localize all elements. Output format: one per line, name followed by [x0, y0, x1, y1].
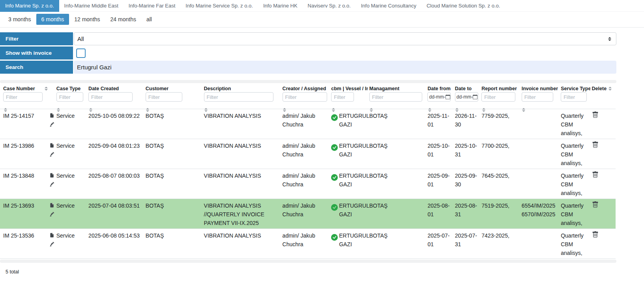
- cell-customer: BOTAŞ: [146, 109, 204, 139]
- sort-icon[interactable]: [45, 87, 48, 91]
- filter-input-description[interactable]: [204, 92, 273, 102]
- cell-date-to: 2025-09-30: [455, 169, 481, 199]
- cell-case-number: IM 25-13986: [0, 139, 45, 169]
- horizontal-scrollbar-top[interactable]: [0, 80, 616, 83]
- cell-creator-assigned: admin/ Jakub Chuchra: [283, 139, 331, 169]
- filter-input-report-number[interactable]: [481, 92, 515, 102]
- column-header-label[interactable]: Date to: [455, 86, 472, 91]
- cell-case-type: Service: [56, 139, 88, 169]
- date-filter-input-date-from[interactable]: dd-mm-: [427, 92, 451, 102]
- date-filter-placeholder: dd-mm-: [429, 94, 445, 100]
- table-header-row: Case NumberCase TypeDate CreatedCustomer…: [0, 84, 616, 109]
- cell-date-created: 2025-07-04 08:03:51: [88, 199, 146, 229]
- filter-input-service-types[interactable]: [561, 92, 587, 102]
- cell-delete: [592, 199, 616, 229]
- company-tab-naviserv-sp-z-o-o[interactable]: Naviserv Sp. z o.o.: [303, 0, 356, 12]
- cell-customer: BOTAŞ: [146, 229, 204, 259]
- cell-date-from: 2025-09-01: [427, 169, 455, 199]
- cell-service-types: Quarterly CBM analisys,: [561, 109, 592, 139]
- pencil-icon[interactable]: [50, 121, 54, 127]
- filter-input-customer[interactable]: [146, 92, 182, 102]
- cell-case-type: Service: [56, 169, 88, 199]
- show-with-invoice-label: Show with invoice: [0, 46, 73, 59]
- table-row[interactable]: IM 25-13536Service2025-06-08 05:14:53BOT…: [0, 229, 616, 259]
- filter-input-invoice-number[interactable]: [522, 92, 553, 102]
- table-row[interactable]: IM 25-14157Service2025-10-05 08:09:22BOT…: [0, 109, 616, 139]
- calendar-icon: [473, 95, 477, 99]
- company-tab-cloud-marine-solution-sp-z-o-o[interactable]: Cloud Marine Solution Sp. z o.o.: [421, 0, 505, 12]
- date-filter-input-date-to[interactable]: dd-mm-: [455, 92, 478, 102]
- company-tab-info-marine-far-east[interactable]: Info-Marine Far East: [124, 0, 181, 12]
- company-tab-info-marine-consultancy[interactable]: Info Marine Consultancy: [356, 0, 421, 12]
- filter-select[interactable]: All: [74, 32, 616, 45]
- pencil-icon[interactable]: [50, 211, 54, 217]
- document-icon: [50, 112, 54, 119]
- filter-input-case-type[interactable]: [56, 92, 83, 102]
- column-header-label[interactable]: Date Created: [88, 86, 119, 91]
- column-header-label[interactable]: Case Type: [56, 86, 81, 91]
- period-tab-all[interactable]: all: [141, 14, 157, 25]
- filter-panel: Filter All Show with invoice Search: [0, 32, 616, 74]
- column-header-label[interactable]: Report number: [481, 86, 517, 91]
- trash-icon[interactable]: [592, 171, 599, 178]
- column-header-label[interactable]: Delete: [592, 86, 607, 91]
- column-header-label[interactable]: Creator / Assigned: [283, 86, 326, 91]
- sort-icon[interactable]: [331, 108, 335, 112]
- period-tab-6-months[interactable]: 6 months: [36, 14, 69, 25]
- cell-row-icons: [45, 199, 56, 229]
- column-header-label[interactable]: Date from: [427, 86, 450, 91]
- table-row[interactable]: IM 25-13848Service2025-08-07 08:00:03BOT…: [0, 169, 616, 199]
- table-row[interactable]: IM 25-13693Service2025-07-04 08:03:51BOT…: [0, 199, 616, 229]
- filter-input-creator-assigned[interactable]: [283, 92, 327, 102]
- column-header-label[interactable]: Customer: [146, 86, 168, 91]
- pencil-icon[interactable]: [50, 151, 54, 157]
- column-header-managament: Managament: [369, 84, 428, 109]
- trash-icon[interactable]: [592, 111, 599, 118]
- sort-icon[interactable]: [608, 87, 612, 91]
- pencil-icon[interactable]: [50, 181, 54, 187]
- column-header-label[interactable]: Description: [204, 86, 231, 91]
- column-header-date-to: Date todd-mm-: [455, 84, 481, 109]
- column-header-label[interactable]: Invoice number: [522, 86, 558, 91]
- pencil-icon[interactable]: [50, 241, 54, 247]
- search-input[interactable]: [74, 61, 616, 74]
- horizontal-scrollbar-bottom[interactable]: [0, 260, 616, 263]
- company-tab-info-marine-sp-z-o-o[interactable]: Info Marine Sp. z o.o.: [0, 0, 59, 12]
- check-circle-icon: [331, 114, 338, 129]
- period-tab-3-months[interactable]: 3 months: [3, 14, 36, 25]
- trash-icon[interactable]: [592, 231, 599, 238]
- filter-input-date-created[interactable]: [88, 92, 133, 102]
- column-header-label[interactable]: cbm | Vessel / Ind: [331, 86, 367, 91]
- column-header-label[interactable]: Case Number: [3, 86, 35, 91]
- trash-icon[interactable]: [592, 141, 599, 148]
- show-with-invoice-checkbox[interactable]: [76, 48, 86, 58]
- sort-icon[interactable]: [522, 108, 526, 112]
- cell-description: VIBRATION ANALYSIS //QUARTERLY INVOICE P…: [204, 199, 283, 229]
- cell-date-from: 2025-07-01: [427, 229, 455, 259]
- company-tab-info-marine-middle-east[interactable]: Info-Marine Middle East: [59, 0, 124, 12]
- check-circle-icon: [331, 204, 338, 219]
- cell-service-types: Quarterly CBM analisys,: [561, 169, 592, 199]
- invoice-number-line: 6554/IM/2025: [522, 201, 559, 210]
- calendar-icon: [446, 95, 450, 99]
- company-tab-info-marine-service-sp-z-o-o[interactable]: Info Marine Service Sp. z o.o.: [180, 0, 258, 12]
- period-tab-12-months[interactable]: 12 months: [69, 14, 105, 25]
- cell-date-from: 2025-10-01: [427, 139, 455, 169]
- filter-input-managament[interactable]: [369, 92, 422, 102]
- filter-row: Filter All: [0, 32, 616, 45]
- cell-case-number: IM 25-13848: [0, 169, 45, 199]
- period-tab-24-months[interactable]: 24 months: [105, 14, 141, 25]
- trash-icon[interactable]: [592, 201, 599, 208]
- cases-table: Case NumberCase TypeDate CreatedCustomer…: [0, 84, 616, 259]
- cell-service-types: Quarterly CBM analisys,: [561, 199, 592, 229]
- column-header-label[interactable]: Managament: [369, 86, 399, 91]
- cell-invoice-number: 6554/IM/20256570/IM/2025: [522, 199, 561, 229]
- table-row[interactable]: IM 25-13986Service2025-09-04 08:01:23BOT…: [0, 139, 616, 169]
- column-header-label[interactable]: Service Types: [561, 86, 590, 91]
- cell-vessel: ERTUGRUL GAZI: [331, 199, 369, 229]
- filter-input-case-number[interactable]: [3, 92, 43, 102]
- cell-date-created: 2025-10-05 08:09:22: [88, 109, 146, 139]
- document-icon: [50, 232, 54, 238]
- company-tab-info-marine-hk[interactable]: Info Marine HK: [258, 0, 303, 12]
- filter-input-cbm-vessel-ind[interactable]: [331, 92, 354, 102]
